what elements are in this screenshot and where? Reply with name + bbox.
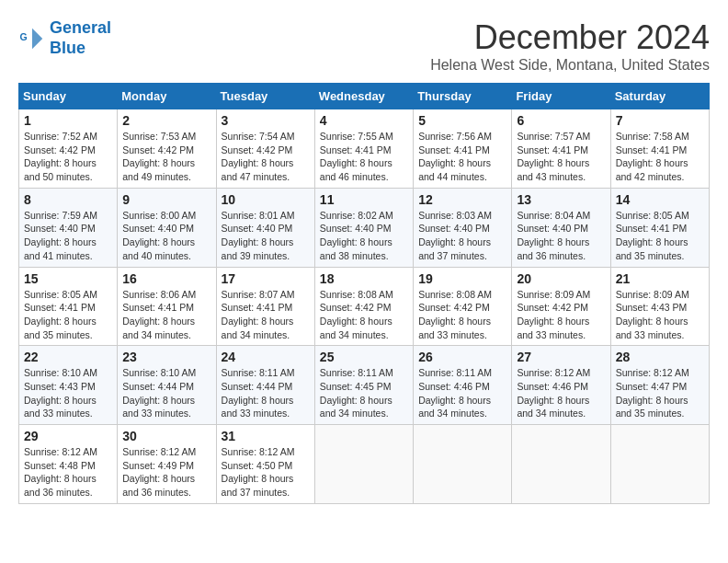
day-info: Sunrise: 8:12 AM Sunset: 4:48 PM Dayligh…: [24, 445, 112, 500]
sunset-label: Sunset: 4:45 PM: [320, 381, 392, 392]
day-info: Sunrise: 8:05 AM Sunset: 4:41 PM Dayligh…: [616, 209, 704, 263]
day-number: 10: [222, 192, 310, 207]
week-row-2: 8 Sunrise: 7:59 AM Sunset: 4:40 PM Dayli…: [19, 188, 710, 267]
day-info: Sunrise: 7:54 AM Sunset: 4:42 PM Dayligh…: [222, 130, 310, 184]
day-info: Sunrise: 8:03 AM Sunset: 4:40 PM Dayligh…: [418, 209, 506, 263]
day-number: 4: [320, 113, 408, 128]
day-number: 21: [616, 271, 704, 286]
day-cell: 3 Sunrise: 7:54 AM Sunset: 4:42 PM Dayli…: [216, 109, 314, 189]
daylight-label: Daylight: 8 hours and 38 minutes.: [320, 236, 392, 261]
logo: G General Blue: [18, 18, 111, 58]
day-info: Sunrise: 8:10 AM Sunset: 4:43 PM Dayligh…: [24, 366, 112, 420]
day-info: Sunrise: 8:02 AM Sunset: 4:40 PM Dayligh…: [320, 209, 408, 263]
day-cell: 29 Sunrise: 8:12 AM Sunset: 4:48 PM Dayl…: [19, 425, 118, 504]
header: G General Blue December 2024 Helena West…: [18, 18, 710, 74]
day-cell: 23 Sunrise: 8:10 AM Sunset: 4:44 PM Dayl…: [118, 346, 216, 425]
sunrise-label: Sunrise: 8:06 AM: [122, 289, 196, 300]
day-info: Sunrise: 8:12 AM Sunset: 4:47 PM Dayligh…: [616, 366, 704, 420]
daylight-label: Daylight: 8 hours and 37 minutes.: [418, 236, 491, 261]
day-cell: 30 Sunrise: 8:12 AM Sunset: 4:49 PM Dayl…: [118, 425, 216, 504]
day-number: 1: [24, 113, 112, 128]
day-cell: [610, 425, 709, 504]
daylight-label: Daylight: 8 hours and 36 minutes.: [24, 473, 97, 498]
daylight-label: Daylight: 8 hours and 41 minutes.: [24, 236, 97, 261]
header-saturday: Saturday: [610, 84, 709, 109]
day-info: Sunrise: 8:07 AM Sunset: 4:41 PM Dayligh…: [222, 288, 310, 342]
sunset-label: Sunset: 4:42 PM: [24, 144, 96, 155]
sunrise-label: Sunrise: 7:53 AM: [122, 131, 196, 142]
header-sunday: Sunday: [19, 84, 118, 109]
daylight-label: Daylight: 8 hours and 34 minutes.: [517, 395, 589, 419]
sunset-label: Sunset: 4:40 PM: [24, 223, 96, 234]
header-monday: Monday: [118, 84, 216, 109]
day-cell: [414, 425, 512, 504]
day-info: Sunrise: 8:10 AM Sunset: 4:44 PM Dayligh…: [122, 366, 210, 420]
sunset-label: Sunset: 4:40 PM: [418, 223, 490, 234]
day-info: Sunrise: 7:57 AM Sunset: 4:41 PM Dayligh…: [517, 130, 605, 184]
sunrise-label: Sunrise: 8:09 AM: [616, 289, 689, 300]
daylight-label: Daylight: 8 hours and 33 minutes.: [418, 316, 491, 340]
day-info: Sunrise: 7:52 AM Sunset: 4:42 PM Dayligh…: [24, 130, 112, 184]
sunset-label: Sunset: 4:46 PM: [517, 381, 588, 392]
daylight-label: Daylight: 8 hours and 42 minutes.: [616, 157, 688, 182]
title-section: December 2024 Helena West Side, Montana,…: [430, 18, 710, 74]
daylight-label: Daylight: 8 hours and 36 minutes.: [122, 473, 195, 498]
sunset-label: Sunset: 4:42 PM: [320, 302, 392, 313]
sunrise-label: Sunrise: 8:05 AM: [24, 289, 97, 300]
day-info: Sunrise: 8:09 AM Sunset: 4:42 PM Dayligh…: [517, 288, 605, 342]
day-cell: 5 Sunrise: 7:56 AM Sunset: 4:41 PM Dayli…: [414, 109, 512, 189]
svg-marker-1: [32, 28, 42, 49]
sunrise-label: Sunrise: 8:08 AM: [418, 289, 492, 300]
header-tuesday: Tuesday: [216, 84, 314, 109]
sunrise-label: Sunrise: 8:08 AM: [320, 289, 393, 300]
sunrise-label: Sunrise: 8:12 AM: [24, 446, 97, 457]
day-number: 28: [616, 350, 704, 364]
daylight-label: Daylight: 8 hours and 34 minutes.: [122, 316, 195, 340]
sunrise-label: Sunrise: 8:09 AM: [517, 289, 590, 300]
sunset-label: Sunset: 4:41 PM: [616, 144, 688, 155]
day-info: Sunrise: 8:04 AM Sunset: 4:40 PM Dayligh…: [517, 209, 605, 263]
daylight-label: Daylight: 8 hours and 33 minutes.: [616, 316, 688, 340]
sunrise-label: Sunrise: 8:12 AM: [222, 446, 295, 457]
day-cell: 14 Sunrise: 8:05 AM Sunset: 4:41 PM Dayl…: [610, 188, 709, 267]
sunrise-label: Sunrise: 8:03 AM: [418, 210, 492, 221]
sunrise-label: Sunrise: 7:54 AM: [222, 131, 295, 142]
day-cell: 12 Sunrise: 8:03 AM Sunset: 4:40 PM Dayl…: [414, 188, 512, 267]
day-number: 6: [517, 113, 605, 128]
sunset-label: Sunset: 4:49 PM: [122, 460, 194, 471]
daylight-label: Daylight: 8 hours and 35 minutes.: [616, 395, 688, 419]
sunrise-label: Sunrise: 7:57 AM: [517, 131, 590, 142]
sunrise-label: Sunrise: 8:12 AM: [517, 367, 590, 378]
daylight-label: Daylight: 8 hours and 50 minutes.: [24, 157, 97, 182]
day-info: Sunrise: 8:11 AM Sunset: 4:45 PM Dayligh…: [320, 366, 408, 420]
sunset-label: Sunset: 4:41 PM: [418, 144, 490, 155]
daylight-label: Daylight: 8 hours and 33 minutes.: [122, 395, 195, 419]
sunset-label: Sunset: 4:42 PM: [222, 144, 293, 155]
logo-line2: Blue: [50, 39, 85, 57]
day-info: Sunrise: 7:58 AM Sunset: 4:41 PM Dayligh…: [616, 130, 704, 184]
week-row-5: 29 Sunrise: 8:12 AM Sunset: 4:48 PM Dayl…: [19, 425, 710, 504]
daylight-label: Daylight: 8 hours and 36 minutes.: [517, 236, 589, 261]
daylight-label: Daylight: 8 hours and 35 minutes.: [616, 236, 688, 261]
day-info: Sunrise: 8:12 AM Sunset: 4:49 PM Dayligh…: [122, 445, 210, 500]
sunrise-label: Sunrise: 8:11 AM: [222, 367, 295, 378]
logo-line1: General: [50, 18, 111, 37]
sunset-label: Sunset: 4:41 PM: [517, 144, 588, 155]
day-info: Sunrise: 8:00 AM Sunset: 4:40 PM Dayligh…: [122, 209, 210, 263]
day-number: 13: [517, 192, 605, 207]
header-wednesday: Wednesday: [314, 84, 413, 109]
day-cell: [314, 425, 413, 504]
header-friday: Friday: [512, 84, 610, 109]
calendar-subtitle: Helena West Side, Montana, United States: [430, 57, 710, 74]
sunset-label: Sunset: 4:42 PM: [517, 302, 588, 313]
sunset-label: Sunset: 4:41 PM: [222, 302, 293, 313]
day-number: 31: [222, 429, 310, 443]
day-number: 2: [122, 113, 210, 128]
day-info: Sunrise: 8:11 AM Sunset: 4:44 PM Dayligh…: [222, 366, 310, 420]
sunset-label: Sunset: 4:41 PM: [320, 144, 392, 155]
day-number: 12: [418, 192, 506, 207]
day-number: 20: [517, 271, 605, 286]
day-number: 5: [418, 113, 506, 128]
daylight-label: Daylight: 8 hours and 46 minutes.: [320, 157, 392, 182]
sunset-label: Sunset: 4:41 PM: [616, 223, 688, 234]
